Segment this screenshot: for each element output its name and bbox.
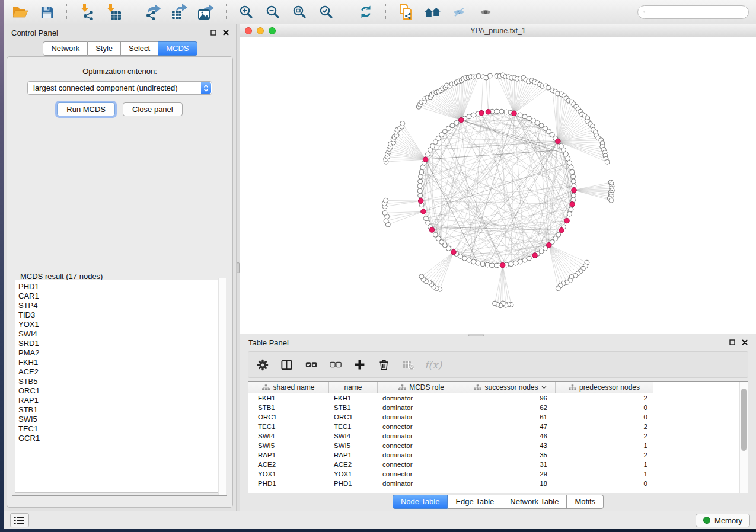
network-node[interactable] <box>476 261 480 265</box>
table-cell[interactable]: connector <box>378 423 465 430</box>
dominator-node[interactable] <box>486 110 491 115</box>
network-node[interactable] <box>504 110 509 114</box>
dominator-node[interactable] <box>564 218 570 223</box>
table-cell[interactable]: ACE2 <box>329 461 378 468</box>
mcds-result-item[interactable]: TEC1 <box>18 424 224 434</box>
table-cell[interactable]: connector <box>378 442 465 449</box>
network-node[interactable] <box>490 263 495 268</box>
table-row[interactable]: RAP1RAP1dominator352 <box>248 450 748 460</box>
float-table-panel-button[interactable] <box>729 339 735 345</box>
network-node[interactable] <box>522 258 527 262</box>
table-tab-edge-table[interactable]: Edge Table <box>448 495 502 509</box>
network-node[interactable] <box>476 73 481 78</box>
table-cell[interactable]: dominator <box>378 414 465 421</box>
table-cell[interactable]: 46 <box>465 432 556 440</box>
mcds-result-list[interactable]: PHD1CAR1STP4TID3YOX1SWI4SRD1PMA2FKH1ACE2… <box>15 280 224 493</box>
mcds-result-item[interactable]: ACE2 <box>18 367 224 377</box>
import-network-button[interactable] <box>78 3 95 21</box>
network-node[interactable] <box>487 73 492 78</box>
delete-column-button[interactable] <box>376 357 392 373</box>
table-cell[interactable]: 1 <box>556 470 653 477</box>
zoom-fit-button[interactable] <box>291 3 308 21</box>
mcds-result-item[interactable]: ORC1 <box>18 386 224 396</box>
network-node[interactable] <box>418 193 423 198</box>
dominator-node[interactable] <box>500 262 505 268</box>
mcds-result-item[interactable]: STB5 <box>18 377 224 386</box>
table-row[interactable]: STB1STB1dominator620 <box>248 403 748 412</box>
table-row[interactable]: ACE2ACE2connector311 <box>248 460 748 469</box>
table-cell[interactable]: RAP1 <box>248 451 329 459</box>
table-cell[interactable]: 1 <box>556 461 653 468</box>
table-cell[interactable]: ORC1 <box>329 414 378 421</box>
table-cell[interactable]: 0 <box>556 480 653 487</box>
network-node[interactable] <box>499 109 504 114</box>
table-cell[interactable]: SWI4 <box>248 432 329 440</box>
network-node[interactable] <box>454 121 459 126</box>
table-cell[interactable]: 2 <box>556 395 653 402</box>
mcds-result-item[interactable]: GCR1 <box>18 434 224 443</box>
horizontal-splitter-handle[interactable] <box>468 334 484 336</box>
network-node[interactable] <box>556 286 560 291</box>
table-cell[interactable]: dominator <box>378 480 465 487</box>
refresh-view-button[interactable] <box>357 3 375 21</box>
zoom-selected-button[interactable] <box>317 3 335 21</box>
table-tab-motifs[interactable]: Motifs <box>567 495 604 509</box>
network-node[interactable] <box>495 263 499 268</box>
dominator-node[interactable] <box>421 209 426 214</box>
table-cell[interactable]: 2 <box>556 423 653 430</box>
mcds-result-item[interactable]: PMA2 <box>18 348 224 358</box>
table-cell[interactable]: FKH1 <box>329 395 378 402</box>
column-header-predecessor-nodes[interactable]: predecessor nodes <box>556 382 653 393</box>
table-cell[interactable]: 2 <box>556 432 653 440</box>
table-cell[interactable]: 35 <box>465 451 556 459</box>
network-node[interactable] <box>495 109 499 114</box>
network-node[interactable] <box>570 169 575 174</box>
dominator-node[interactable] <box>459 118 464 123</box>
table-cell[interactable]: RAP1 <box>329 451 378 459</box>
control-tab-mcds[interactable]: MCDS <box>158 41 197 56</box>
dominator-node[interactable] <box>547 243 552 248</box>
network-node[interactable] <box>467 114 471 119</box>
table-cell[interactable]: STB1 <box>329 404 378 411</box>
network-node[interactable] <box>567 211 572 216</box>
network-node[interactable] <box>527 256 531 261</box>
float-panel-button[interactable] <box>210 30 216 36</box>
network-node[interactable] <box>571 179 576 184</box>
mcds-result-item[interactable]: RAP1 <box>18 396 224 405</box>
table-cell[interactable]: TEC1 <box>329 423 378 430</box>
close-panel-button[interactable] <box>223 30 229 36</box>
network-node[interactable] <box>509 262 513 267</box>
dominator-node[interactable] <box>532 253 538 258</box>
mcds-result-item[interactable]: SWI4 <box>18 329 224 339</box>
scrollbar-thumb[interactable] <box>741 389 747 451</box>
dominator-node[interactable] <box>572 188 577 193</box>
column-header-shared-name[interactable]: shared name <box>248 382 329 393</box>
network-node[interactable] <box>569 207 573 212</box>
deselect-all-button[interactable] <box>327 357 343 373</box>
table-cell[interactable]: YOX1 <box>248 470 329 477</box>
mcds-result-item[interactable]: SRD1 <box>18 339 224 348</box>
dominator-node[interactable] <box>556 139 561 144</box>
table-cell[interactable]: dominator <box>378 404 465 411</box>
table-cell[interactable]: PHD1 <box>248 480 329 487</box>
network-node[interactable] <box>513 261 518 265</box>
network-node[interactable] <box>419 174 423 179</box>
table-cell[interactable]: SWI5 <box>329 442 378 449</box>
splitter-handle[interactable] <box>237 262 240 273</box>
table-cell[interactable]: TEC1 <box>248 423 329 430</box>
add-column-button[interactable] <box>352 357 368 373</box>
network-node[interactable] <box>480 262 485 267</box>
dominator-node[interactable] <box>479 110 484 116</box>
dominator-node[interactable] <box>559 228 564 233</box>
table-cell[interactable]: 29 <box>465 470 556 477</box>
network-node[interactable] <box>567 161 572 165</box>
duplicate-network-button[interactable] <box>397 3 414 21</box>
table-cell[interactable]: 96 <box>465 395 556 402</box>
first-neighbors-button[interactable] <box>423 3 441 21</box>
table-cell[interactable]: 62 <box>465 404 556 411</box>
select-all-button[interactable] <box>303 357 319 373</box>
column-header-successor-nodes[interactable]: successor nodes <box>465 382 556 393</box>
network-node[interactable] <box>420 165 425 169</box>
table-row[interactable]: FKH1FKH1dominator962 <box>248 393 748 403</box>
table-cell[interactable]: 43 <box>465 442 556 449</box>
